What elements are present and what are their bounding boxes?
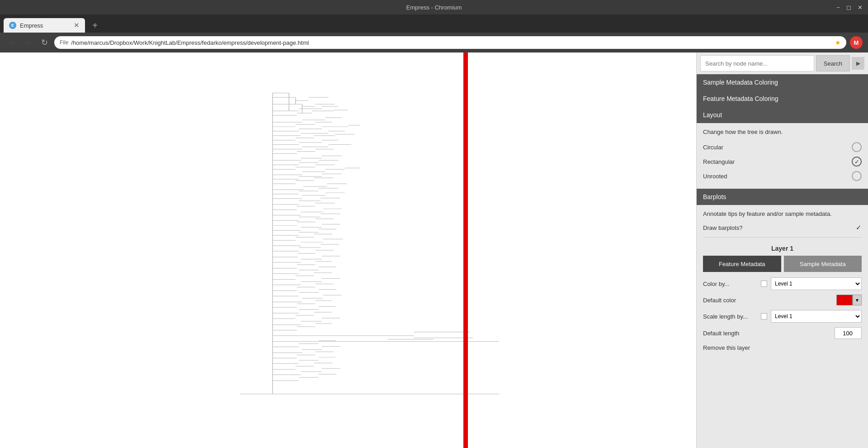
red-vertical-line bbox=[463, 52, 468, 448]
sample-metadata-coloring-label: Sample Metadata Coloring bbox=[703, 79, 778, 86]
layout-section-content: Change how the tree is drawn. Circular R… bbox=[697, 123, 868, 189]
feature-metadata-coloring-label: Feature Metadata Coloring bbox=[703, 95, 778, 102]
tab-favicon: E bbox=[9, 22, 16, 29]
layout-circular-option: Circular bbox=[703, 140, 862, 154]
layout-section-label: Layout bbox=[703, 111, 722, 119]
remove-layer-row: Remove this layer bbox=[703, 343, 862, 352]
barplots-section-label: Barplots bbox=[703, 193, 726, 200]
layout-rectangular-radio[interactable] bbox=[852, 157, 862, 167]
sample-metadata-btn[interactable]: Sample Metadata bbox=[784, 256, 862, 272]
barplots-description: Annotate tips by feature and/or sample m… bbox=[703, 210, 862, 217]
layer-title: Layer 1 bbox=[703, 241, 862, 256]
tab-close-btn[interactable]: ✕ bbox=[74, 21, 80, 29]
layout-rectangular-option: Rectangular bbox=[703, 154, 862, 169]
scale-length-select[interactable]: Level 1 bbox=[771, 310, 862, 323]
layout-circular-radio[interactable] bbox=[852, 142, 862, 152]
barplots-section-header[interactable]: Barplots bbox=[697, 189, 868, 205]
layout-unrooted-option: Unrooted bbox=[703, 169, 862, 183]
profile-avatar[interactable]: M bbox=[850, 36, 863, 49]
url-text: /home/marcus/Dropbox/Work/KnightLab/Empr… bbox=[71, 39, 832, 46]
browser-tab[interactable]: E Empress ✕ bbox=[4, 18, 85, 33]
divider bbox=[703, 237, 862, 238]
window-controls: − ◻ ✕ bbox=[836, 4, 863, 11]
layout-unrooted-label: Unrooted bbox=[703, 173, 727, 180]
scale-length-row: Scale length by... Level 1 bbox=[703, 310, 862, 323]
layout-section-header[interactable]: Layout bbox=[697, 107, 868, 123]
color-by-select[interactable]: Level 1 bbox=[771, 277, 862, 290]
panel-collapse-btn[interactable]: ▶ bbox=[852, 57, 864, 70]
color-by-label: Color by... bbox=[703, 281, 757, 287]
bookmark-icon[interactable]: ★ bbox=[835, 39, 841, 46]
draw-barplots-checkmark[interactable]: ✓ bbox=[856, 224, 862, 232]
default-length-row: Default length bbox=[703, 327, 862, 339]
default-length-label: Default length bbox=[703, 330, 835, 337]
sample-metadata-coloring-header[interactable]: Sample Metadata Coloring bbox=[697, 74, 868, 91]
layout-rectangular-label: Rectangular bbox=[703, 158, 735, 165]
color-by-checkbox[interactable] bbox=[761, 281, 767, 287]
search-row: Search ▶ bbox=[697, 52, 868, 74]
draw-barplots-label: Draw barplots? bbox=[703, 224, 742, 231]
draw-barplots-row: Draw barplots? ✓ bbox=[703, 222, 862, 234]
feature-metadata-btn[interactable]: Feature Metadata bbox=[703, 256, 781, 272]
forward-btn[interactable]: → bbox=[22, 38, 34, 48]
address-bar[interactable]: File /home/marcus/Dropbox/Work/KnightLab… bbox=[54, 36, 846, 49]
browser-titlebar: Empress - Chromium − ◻ ✕ bbox=[0, 0, 868, 14]
browser-tabbar: E Empress ✕ + bbox=[0, 14, 868, 33]
layout-unrooted-radio[interactable] bbox=[852, 171, 862, 181]
scale-length-checkbox[interactable] bbox=[761, 313, 767, 319]
default-color-row: Default color ▼ bbox=[703, 295, 862, 305]
back-btn[interactable]: ← bbox=[5, 38, 18, 48]
default-color-arrow[interactable]: ▼ bbox=[853, 295, 862, 305]
new-tab-btn[interactable]: + bbox=[88, 18, 102, 33]
search-button[interactable]: Search bbox=[816, 55, 850, 71]
barplots-section-content: Annotate tips by feature and/or sample m… bbox=[697, 205, 868, 357]
layout-circular-label: Circular bbox=[703, 144, 723, 151]
default-color-swatch[interactable] bbox=[836, 295, 853, 305]
default-color-label: Default color bbox=[703, 297, 836, 304]
browser-addressbar: ← → ↻ File /home/marcus/Dropbox/Work/Kni… bbox=[0, 33, 868, 52]
main-layout: Search ▶ Sample Metadata Coloring Featur… bbox=[0, 52, 868, 448]
scale-length-label: Scale length by... bbox=[703, 313, 757, 320]
protocol-icon: File bbox=[60, 39, 68, 46]
feature-metadata-coloring-header[interactable]: Feature Metadata Coloring bbox=[697, 91, 868, 107]
default-length-input[interactable] bbox=[835, 327, 862, 339]
phylogenetic-tree bbox=[0, 52, 696, 448]
browser-title: Empress - Chromium bbox=[406, 4, 462, 11]
search-input[interactable] bbox=[700, 55, 814, 71]
restore-btn[interactable]: ◻ bbox=[846, 4, 851, 11]
minimize-btn[interactable]: − bbox=[836, 4, 840, 11]
layer-btn-row: Feature Metadata Sample Metadata bbox=[703, 256, 862, 272]
reload-btn[interactable]: ↻ bbox=[38, 38, 51, 48]
tab-title: Empress bbox=[20, 22, 43, 29]
remove-layer-label: Remove this layer bbox=[703, 344, 750, 351]
close-btn[interactable]: ✕ bbox=[858, 4, 863, 11]
layout-description: Change how the tree is drawn. bbox=[703, 129, 862, 135]
tree-canvas bbox=[0, 52, 696, 448]
right-panel: Search ▶ Sample Metadata Coloring Featur… bbox=[696, 52, 868, 448]
color-by-row: Color by... Level 1 bbox=[703, 277, 862, 290]
